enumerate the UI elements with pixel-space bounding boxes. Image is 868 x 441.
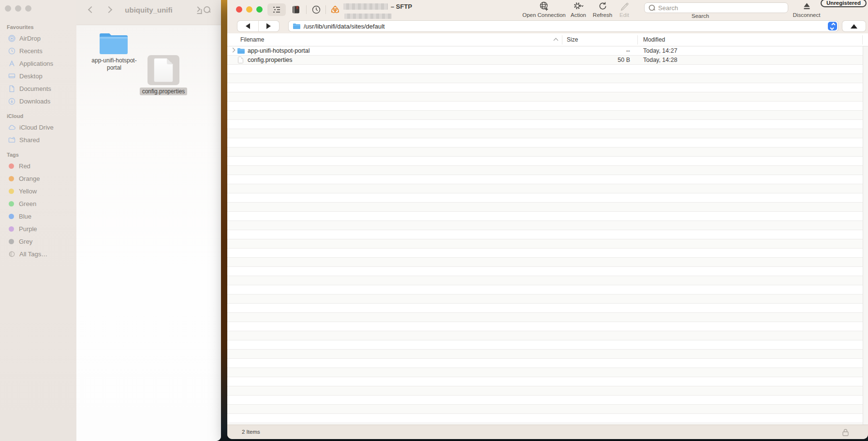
sidebar-item-label: Downloads xyxy=(19,98,50,105)
sidebar-section-icloud: iCloud xyxy=(7,113,73,119)
bookmarks-button[interactable] xyxy=(289,3,303,16)
sidebar-item-tag-green[interactable]: Green xyxy=(6,197,73,210)
table-header: Filename Size Modified xyxy=(227,33,868,46)
finder-sidebar: Favourites AirDrop Recents Applications … xyxy=(0,0,76,441)
sidebar-item-tag-grey[interactable]: Grey xyxy=(6,235,73,248)
sidebar-item-downloads[interactable]: Downloads xyxy=(6,95,73,107)
up-triangle-icon xyxy=(851,24,857,29)
sidebar-item-desktop[interactable]: Desktop xyxy=(6,70,73,82)
file-name: config.properties xyxy=(248,57,292,63)
tag-green-icon xyxy=(9,201,14,206)
file-size: -- xyxy=(566,47,630,54)
download-icon xyxy=(8,97,15,105)
unregistered-badge: Unregistered xyxy=(821,0,867,7)
sidebar-item-label: Yellow xyxy=(19,188,37,195)
refresh-icon xyxy=(598,1,608,11)
close-icon[interactable] xyxy=(5,5,11,12)
column-divider[interactable] xyxy=(862,35,863,44)
tag-grey-icon xyxy=(9,239,14,244)
sidebar-item-label: Applications xyxy=(19,60,53,67)
file-list: app-unifi-hotspot-portal -- Today, 14:27… xyxy=(227,46,863,425)
column-divider[interactable] xyxy=(562,35,562,44)
sidebar-item-label: Recents xyxy=(19,47,43,55)
bookmarks-icon xyxy=(291,5,301,15)
back-button[interactable] xyxy=(237,21,258,31)
search-input[interactable] xyxy=(658,4,784,12)
sidebar-item-tag-blue[interactable]: Blue xyxy=(6,210,73,222)
zoom-icon[interactable] xyxy=(256,6,263,13)
sidebar-item-tag-purple[interactable]: Purple xyxy=(6,222,73,235)
sidebar-item-icloud-drive[interactable]: iCloud Drive xyxy=(6,121,73,133)
outline-list-icon xyxy=(272,5,281,15)
cloud-icon xyxy=(8,123,15,131)
zoom-icon[interactable] xyxy=(25,5,31,12)
sidebar-section-tags: Tags xyxy=(7,152,73,158)
sidebar-item-tag-orange[interactable]: Orange xyxy=(6,172,73,185)
forward-button[interactable] xyxy=(258,21,280,31)
finder-folder-item[interactable]: app-unifi-hotspot-portal xyxy=(88,31,140,72)
file-size: 50 B xyxy=(566,57,630,63)
sidebar-item-label: AirDrop xyxy=(19,35,41,42)
column-header-modified[interactable]: Modified xyxy=(643,36,665,43)
lock-icon xyxy=(842,428,849,438)
sidebar-item-airdrop[interactable]: AirDrop xyxy=(6,32,73,44)
edit-button[interactable]: Edit xyxy=(615,1,634,18)
sidebar-item-applications[interactable]: Applications xyxy=(6,57,73,70)
finder-traffic-lights xyxy=(5,5,31,12)
minimize-icon[interactable] xyxy=(15,5,21,12)
action-button[interactable]: Action xyxy=(564,1,593,18)
cyberduck-traffic-lights xyxy=(236,6,263,13)
file-icon xyxy=(238,57,243,63)
file-modified: Today, 14:28 xyxy=(643,57,677,63)
sidebar-section-favourites: Favourites xyxy=(7,24,73,30)
folder-icon xyxy=(293,23,301,29)
search-icon[interactable] xyxy=(204,6,210,15)
sidebar-item-shared[interactable]: Shared xyxy=(6,133,73,146)
close-icon[interactable] xyxy=(236,6,242,13)
path-stepper-icon xyxy=(828,22,837,30)
all-tags-icon xyxy=(8,250,15,258)
sidebar-item-tag-yellow[interactable]: Yellow xyxy=(6,185,73,197)
tag-purple-icon xyxy=(9,226,14,232)
vertical-scrollbar[interactable] xyxy=(863,46,868,425)
current-path: /usr/lib/unifi/data/sites/default xyxy=(304,23,828,30)
toolbar-divider xyxy=(325,5,326,14)
file-modified: Today, 14:27 xyxy=(643,47,677,54)
refresh-button[interactable]: Refresh xyxy=(589,1,616,18)
desktop-icon xyxy=(8,72,15,80)
disclosure-chevron-icon[interactable] xyxy=(231,48,235,53)
history-button[interactable] xyxy=(309,3,323,16)
items-count: 2 Items xyxy=(242,429,260,435)
open-connection-button[interactable]: Open Connection xyxy=(517,1,571,18)
table-row[interactable]: config.properties 50 B Today, 14:28 xyxy=(227,56,863,65)
navigation-buttons xyxy=(237,21,279,31)
cyberduck-window: – SFTP Open Connection Action xyxy=(227,0,868,439)
column-divider[interactable] xyxy=(637,35,638,44)
path-dropdown[interactable]: /usr/lib/unifi/data/sites/default xyxy=(289,21,838,31)
column-header-size[interactable]: Size xyxy=(567,36,578,43)
back-icon xyxy=(246,23,250,29)
title-protocol: – SFTP xyxy=(391,3,412,10)
redacted-subtitle xyxy=(344,14,392,19)
folder-icon xyxy=(99,31,130,55)
sidebar-item-documents[interactable]: Documents xyxy=(6,82,73,95)
clock-icon xyxy=(8,47,15,55)
sidebar-item-all-tags[interactable]: All Tags… xyxy=(6,248,73,260)
column-header-filename[interactable]: Filename xyxy=(240,36,264,43)
history-clock-icon xyxy=(311,5,321,15)
minimize-icon[interactable] xyxy=(246,6,252,13)
search-field[interactable] xyxy=(644,2,788,13)
finder-file-item-selected[interactable]: config.properties xyxy=(137,55,190,95)
outline-view-button[interactable] xyxy=(267,3,286,16)
file-icon xyxy=(154,58,173,82)
bonjour-button[interactable] xyxy=(328,3,342,16)
go-up-button[interactable] xyxy=(842,21,866,31)
sidebar-item-recents[interactable]: Recents xyxy=(6,44,73,57)
table-row[interactable]: app-unifi-hotspot-portal -- Today, 14:27 xyxy=(227,46,863,56)
sidebar-item-tag-red[interactable]: Red xyxy=(6,160,73,172)
shared-folder-icon xyxy=(8,136,15,144)
edit-pencil-icon xyxy=(619,1,630,11)
sidebar-item-label: Green xyxy=(19,200,36,207)
refresh-label: Refresh xyxy=(593,12,612,18)
tag-red-icon xyxy=(9,163,14,169)
